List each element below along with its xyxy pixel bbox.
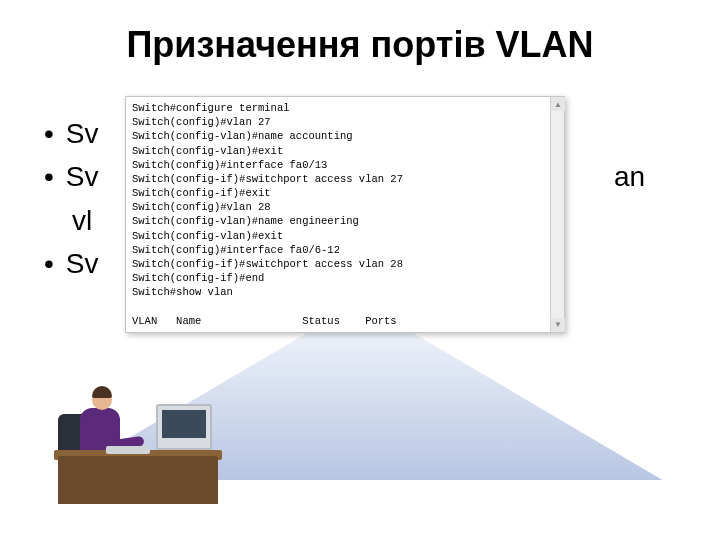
scrollbar[interactable]: ▲ ▼ [550, 97, 564, 332]
scroll-up-button[interactable]: ▲ [551, 97, 565, 111]
terminal-output: Switch#configure terminal Switch(config)… [132, 101, 558, 328]
monitor-screen-icon [162, 410, 206, 438]
bullet-text: vl [72, 199, 92, 242]
keyboard-icon [106, 446, 150, 454]
person-hair-icon [92, 386, 112, 398]
scroll-down-button[interactable]: ▼ [551, 318, 565, 332]
bullet-dot-icon: • [44, 112, 54, 155]
slide-title: Призначення портів VLAN [0, 0, 720, 66]
bullet-text: Sv [66, 155, 99, 198]
bullet-text: Sv [66, 112, 99, 155]
terminal-window: Switch#configure terminal Switch(config)… [125, 96, 565, 333]
bullet-dot-icon: • [44, 155, 54, 198]
monitor-icon [156, 404, 212, 450]
bullet-text: Sv [66, 242, 99, 285]
bullet-text-right: an [614, 155, 645, 198]
person-at-desk-illustration [58, 364, 218, 504]
bullet-dot-icon: • [44, 242, 54, 285]
desk-icon [58, 456, 218, 504]
